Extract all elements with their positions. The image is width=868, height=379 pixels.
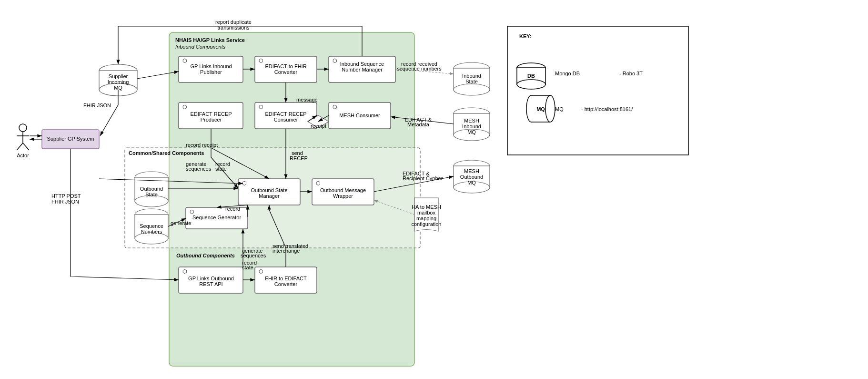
outbound-state-label: Outbound: [140, 186, 163, 192]
mesh-inbound-mq-label: MESH: [464, 118, 479, 123]
outbound-msg-wrapper-icon: ⬡: [316, 180, 321, 186]
inbound-state-db-bottom: [454, 84, 490, 95]
diagram-container: NHAIS HA/GP Links Service Inbound Compon…: [0, 0, 868, 379]
gp-links-outbound-icon: ⬡: [182, 268, 187, 274]
seq-numbers-label2: Numbers: [141, 229, 162, 235]
supplier-incoming-mq-label2: Incoming: [108, 79, 129, 85]
outbound-state-manager-label2: Manager: [259, 193, 280, 199]
record-state-label2: state: [215, 166, 227, 172]
inbound-seq-icon: ⬡: [333, 58, 337, 63]
edifact-recep-producer-label2: Producer: [201, 117, 222, 123]
send-translated-label2: interchange: [273, 248, 300, 254]
key-robo-3t-label: - Robo 3T: [619, 71, 643, 76]
edifact-fhir-label: EDIFACT to FHIR: [265, 63, 306, 69]
actor-right-leg: [23, 143, 29, 150]
outbound-state-manager-label: Outbound State: [251, 187, 287, 193]
record-state2-label2: state: [242, 265, 253, 270]
record-received-label2: sequence numbers: [397, 66, 442, 72]
mesh-consumer-icon: ⬡: [333, 104, 337, 110]
mesh-consumer-label: MESH Consumer: [339, 113, 380, 118]
fhir-edifact-label2: Converter: [274, 281, 298, 287]
generate-label: generate: [171, 220, 191, 226]
mesh-inbound-mq-label3: MQ: [467, 129, 476, 135]
seq-numbers-label: Sequence: [140, 223, 163, 229]
gp-links-inbound-publisher-icon: ⬡: [182, 58, 187, 63]
supplier-incoming-mq-label: Supplier: [109, 73, 128, 79]
outbound-components-label: Outbound Components: [176, 253, 235, 258]
gp-links-inbound-publisher-label: GP Links Inbound: [190, 63, 232, 69]
sequence-generator-icon: ⬡: [190, 209, 194, 215]
actor-label: Actor: [17, 153, 29, 158]
record-label: record: [225, 206, 240, 212]
key-db-label: DB: [527, 73, 535, 79]
report-duplicate-label: report duplicate: [215, 19, 252, 25]
key-db-icon-bottom: [517, 80, 545, 89]
receipt-label: receipt: [311, 123, 326, 129]
actor-head: [19, 124, 27, 132]
inbound-state-label: Inbound: [462, 73, 481, 79]
outbound-msg-wrapper-label2: Wrapper: [333, 193, 353, 199]
generate-seq-label2: sequences: [186, 166, 212, 172]
fhir-edifact-icon: ⬡: [259, 268, 263, 274]
inbound-seq-label2: Number Manager: [342, 67, 383, 72]
message-label: message: [296, 97, 318, 102]
common-shared-label: Common/Shared Components: [129, 150, 204, 156]
edifact-fhir-label2: Converter: [274, 69, 298, 75]
http-post-label: HTTP POST: [51, 193, 81, 199]
edifact-recipient-label2: Recipient Cypher: [403, 175, 443, 181]
fhir-json-label: FHIR JSON: [83, 102, 111, 108]
edifact-recep-consumer-label2: Consumer: [274, 117, 298, 123]
key-mongo-db-label: Mongo DB: [555, 71, 580, 76]
main-box-subtitle: Inbound Components: [175, 44, 226, 50]
mesh-outbound-mq-label3: MQ: [467, 180, 476, 185]
edifact-metadata-label2: Metadata: [407, 122, 430, 127]
sequence-generator-label: Sequence Generator: [192, 215, 241, 220]
key-title: KEY:: [519, 33, 531, 39]
gp-links-outbound-label: GP Links Outbound: [188, 276, 234, 281]
outbound-state-label2: State: [145, 192, 158, 197]
mesh-outbound-mq-label2: Outbound: [460, 174, 483, 180]
mesh-outbound-mq-label: MESH: [464, 168, 479, 174]
edifact-fhir-icon: ⬡: [259, 58, 263, 63]
report-duplicate-label2: transmissions: [217, 25, 250, 31]
key-mq-icon-right: [545, 95, 555, 122]
outbound-msg-wrapper-label: Outbound Message: [320, 187, 366, 193]
edifact-recep-consumer-icon: ⬡: [259, 104, 263, 110]
mesh-inbound-mq-label2: Inbound: [462, 123, 481, 129]
supplier-gp-system-label: Supplier GP System: [47, 136, 94, 142]
outbound-state-manager-icon: ⬡: [242, 180, 247, 186]
http-post-label2: FHIR JSON: [51, 199, 79, 205]
edifact-recep-producer-icon: ⬡: [182, 104, 187, 110]
inbound-seq-label: Inbound Sequence: [340, 61, 384, 67]
mq-to-supplier-fhir-arrow: [100, 90, 118, 136]
fhir-edifact-label: FHIR to EDIFACT: [265, 276, 307, 281]
key-box: [507, 26, 688, 155]
key-mq-desc: MQ: [555, 106, 564, 112]
ha-to-mesh-config-label4: configuration: [412, 221, 442, 227]
key-mq-label: MQ: [536, 106, 545, 112]
ha-to-mesh-config-label2: mailbox: [417, 210, 435, 215]
ha-to-mesh-config-label3: mapping: [416, 215, 436, 221]
edifact-recep-consumer-label: EDIFACT RECEP: [265, 111, 306, 117]
send-recep-label2: RECEP: [290, 155, 308, 161]
ha-to-mesh-config-label: HA to MESH: [412, 204, 441, 210]
record-receipt-label: record receipt: [186, 142, 218, 148]
main-box-title: NHAIS HA/GP Links Service: [175, 37, 245, 43]
key-mq-note: - http://localhost:8161/: [581, 106, 633, 112]
generate-seq2-label2: sequences: [241, 253, 266, 258]
inbound-state-label2: State: [465, 79, 478, 84]
edifact-recep-producer-label: EDIFACT RECEP: [190, 111, 232, 117]
gp-links-inbound-publisher-label2: Publisher: [200, 69, 222, 75]
actor-left-leg: [17, 143, 23, 150]
gp-links-outbound-label2: REST API: [199, 281, 222, 287]
